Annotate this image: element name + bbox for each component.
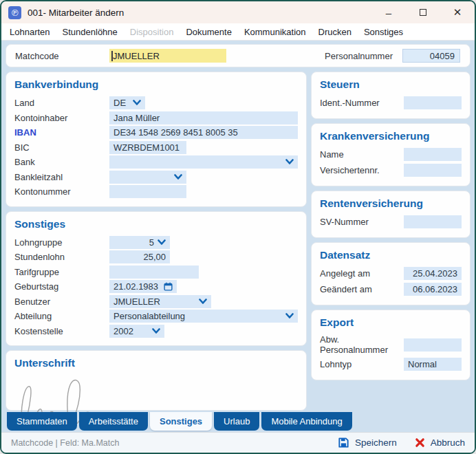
ident-nummer-row: Ident.-Nummer bbox=[320, 96, 462, 109]
tarifgruppe-label: Tarifgruppe bbox=[14, 267, 109, 277]
kostenstelle-value: 2002 bbox=[113, 326, 133, 336]
benutzer-value: JMUELLER bbox=[113, 296, 160, 307]
unterschrift-card: Unterschrift bbox=[6, 350, 307, 411]
abw-personalnummer-row: Abw. Personalnummer bbox=[320, 334, 462, 355]
chevron-down-icon bbox=[158, 239, 166, 246]
land-value: DE bbox=[113, 98, 126, 108]
angelegt-am-field[interactable]: 25.04.2023 bbox=[404, 267, 462, 280]
stundenlohn-value: 25,00 bbox=[143, 252, 166, 262]
minimize-button[interactable]: – bbox=[371, 1, 406, 23]
menu-stundenloehne[interactable]: Stundenlöhne bbox=[56, 27, 124, 37]
geaendert-am-value: 06.06.2023 bbox=[413, 284, 457, 294]
kontoinhaber-label: Kontoinhaber bbox=[14, 113, 109, 123]
export-heading: Export bbox=[320, 316, 462, 329]
sv-nummer-label: SV-Nummer bbox=[320, 217, 404, 227]
versichertennr-row: Versichertennr. bbox=[320, 164, 462, 177]
angelegt-am-value: 25.04.2023 bbox=[413, 268, 457, 279]
left-column: Bankverbindung Land DE Kontoinhaber Jana… bbox=[6, 72, 307, 411]
bankverbindung-heading: Bankverbindung bbox=[14, 78, 298, 91]
geburtstag-input[interactable]: 21.02.1983 bbox=[109, 280, 177, 293]
maximize-icon bbox=[420, 9, 426, 16]
angelegt-am-row: Angelegt am 25.04.2023 bbox=[320, 267, 462, 280]
status-actions: Speichern Abbruch bbox=[338, 437, 465, 448]
abw-personalnummer-label: Abw. Personalnummer bbox=[320, 334, 404, 355]
tarifgruppe-row: Tarifgruppe bbox=[14, 266, 298, 279]
maximize-button[interactable] bbox=[406, 1, 440, 23]
land-select[interactable]: DE bbox=[109, 96, 145, 109]
tab-stammdaten[interactable]: Stammdaten bbox=[7, 412, 77, 431]
personalnummer-value: 04059 bbox=[430, 51, 455, 61]
tab-bar: Stammdaten Arbeitsstätte Sonstiges Urlau… bbox=[1, 411, 475, 432]
save-button[interactable]: Speichern bbox=[338, 437, 397, 448]
kontoinhaber-value: Jana Müller bbox=[113, 113, 160, 123]
benutzer-row: Benutzer JMUELLER bbox=[14, 295, 298, 308]
columns: Bankverbindung Land DE Kontoinhaber Jana… bbox=[6, 72, 470, 411]
cancel-x-icon bbox=[415, 437, 425, 448]
benutzer-select[interactable]: JMUELLER bbox=[109, 295, 211, 308]
iban-label-link[interactable]: IBAN bbox=[14, 127, 109, 138]
tab-urlaub[interactable]: Urlaub bbox=[214, 412, 259, 431]
menu-kommunikation[interactable]: Kommunikation bbox=[238, 27, 312, 37]
abw-personalnummer-input[interactable] bbox=[404, 338, 462, 352]
versichertennr-input[interactable] bbox=[404, 164, 462, 177]
bic-row: BIC WZRBDEM1001 bbox=[14, 141, 298, 154]
geburtstag-value: 21.02.1983 bbox=[113, 281, 158, 292]
versichertennr-label: Versichertennr. bbox=[320, 165, 404, 175]
land-label: Land bbox=[14, 98, 109, 108]
right-column: Steuern Ident.-Nummer Krankenversicherun… bbox=[311, 72, 470, 411]
menu-drucken[interactable]: Drucken bbox=[312, 27, 358, 37]
title-bar: ℗ 001- Mitarbeiter ändern – ✕ bbox=[1, 1, 475, 23]
iban-input[interactable]: DE34 1548 2569 8451 8005 35 bbox=[109, 126, 298, 139]
bank-select[interactable] bbox=[109, 155, 298, 169]
kostenstelle-row: Kostenstelle 2002 bbox=[14, 325, 298, 338]
geaendert-am-field[interactable]: 06.06.2023 bbox=[404, 283, 462, 296]
kv-name-row: Name bbox=[320, 148, 462, 161]
steuern-card: Steuern Ident.-Nummer bbox=[311, 72, 470, 119]
bankleitzahl-select[interactable] bbox=[109, 171, 186, 184]
tab-arbeitsstaette[interactable]: Arbeitsstätte bbox=[79, 412, 148, 431]
bic-input[interactable]: WZRBDEM1001 bbox=[109, 141, 186, 154]
menu-sonstiges[interactable]: Sonstiges bbox=[358, 27, 409, 37]
bank-label: Bank bbox=[14, 157, 109, 167]
lohntyp-field[interactable]: Normal bbox=[404, 358, 462, 371]
abteilung-row: Abteilung Personalabteilung bbox=[14, 310, 298, 323]
kostenstelle-select[interactable]: 2002 bbox=[109, 325, 164, 338]
tab-mobile-anbindung[interactable]: Mobile Anbindung bbox=[261, 412, 351, 431]
menu-bar: Lohnarten Stundenlöhne Disposition Dokum… bbox=[1, 23, 475, 41]
chevron-down-icon bbox=[133, 100, 141, 106]
angelegt-am-label: Angelegt am bbox=[320, 268, 404, 279]
sonstiges-heading: Sonstiges bbox=[14, 218, 298, 230]
personalnummer-input[interactable]: 04059 bbox=[402, 49, 460, 63]
stundenlohn-input[interactable]: 25,00 bbox=[109, 250, 170, 263]
geaendert-am-label: Geändert am bbox=[320, 284, 404, 294]
kontoinhaber-input[interactable]: Jana Müller bbox=[109, 111, 298, 125]
lohngruppe-row: Lohngruppe 5 bbox=[14, 236, 298, 249]
lohngruppe-select[interactable]: 5 bbox=[109, 236, 170, 249]
kv-name-input[interactable] bbox=[404, 148, 462, 161]
abteilung-select[interactable]: Personalabteilung bbox=[109, 310, 298, 323]
cancel-button[interactable]: Abbruch bbox=[415, 437, 465, 448]
save-floppy-icon bbox=[338, 437, 349, 448]
cancel-button-label: Abbruch bbox=[431, 437, 465, 448]
ident-nummer-input[interactable] bbox=[404, 96, 462, 109]
sv-nummer-input[interactable] bbox=[404, 215, 462, 228]
kontoinhaber-row: Kontoinhaber Jana Müller bbox=[14, 111, 298, 125]
rentenversicherung-heading: Rentenversicherung bbox=[320, 197, 462, 210]
tarifgruppe-input[interactable] bbox=[109, 266, 199, 279]
status-bar: Matchcode | Feld: Ma.Match Speichern Abb… bbox=[1, 432, 475, 453]
close-button[interactable]: ✕ bbox=[440, 1, 475, 23]
datensatz-card: Datensatz Angelegt am 25.04.2023 Geänder… bbox=[311, 242, 470, 305]
export-card: Export Abw. Personalnummer Lohntyp Norma… bbox=[311, 310, 470, 380]
bankleitzahl-label: Bankleitzahl bbox=[14, 172, 109, 182]
kontonummer-label: Kontonummer bbox=[14, 186, 109, 197]
bankleitzahl-row: Bankleitzahl bbox=[14, 171, 298, 184]
chevron-down-icon bbox=[174, 174, 182, 180]
bank-row: Bank bbox=[14, 155, 298, 169]
kontonummer-input[interactable] bbox=[109, 185, 186, 198]
menu-dokumente[interactable]: Dokumente bbox=[180, 27, 237, 37]
steuern-heading: Steuern bbox=[320, 78, 462, 91]
menu-lohnarten[interactable]: Lohnarten bbox=[3, 27, 56, 37]
matchcode-input[interactable]: JMUELLER bbox=[109, 49, 226, 63]
tab-sonstiges[interactable]: Sonstiges bbox=[150, 412, 212, 431]
sv-nummer-row: SV-Nummer bbox=[320, 215, 462, 228]
